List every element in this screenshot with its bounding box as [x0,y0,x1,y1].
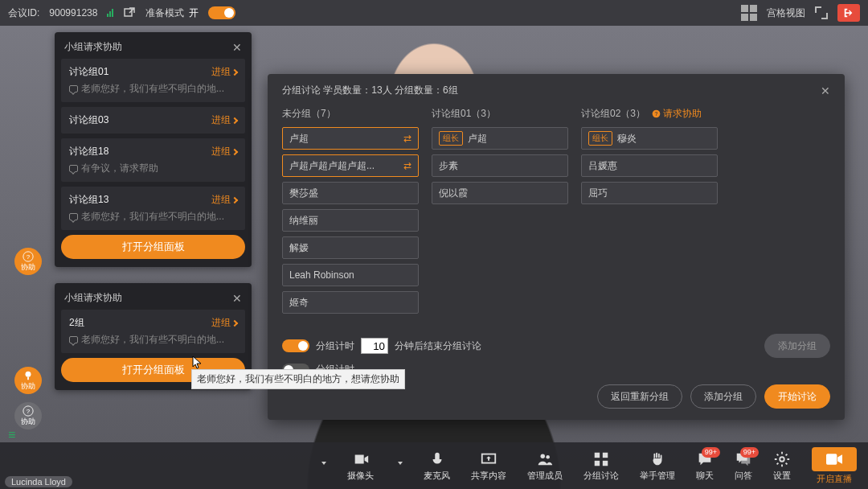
camera-button[interactable]: 摄像头 [347,450,374,482]
timer-input[interactable] [361,338,388,354]
caret-icon[interactable] [398,462,403,465]
toggle-on-text: 开 [189,6,199,20]
mode-toggle[interactable] [208,6,235,19]
enter-group-link[interactable]: 进组 [211,113,237,127]
mic-button[interactable]: 麦克风 [424,450,450,482]
open-group-panel-button[interactable]: 打开分组面板 [61,235,245,259]
raise-hand-button[interactable]: 举手管理 [640,450,675,482]
member-name: Leah Robinson [289,269,354,281]
timer-toggle-on[interactable] [282,339,309,352]
grid-view-icon[interactable] [741,5,757,21]
assist-title: 小组请求协助 [64,40,122,54]
share-button[interactable]: 共享内容 [471,450,506,482]
enter-group-link[interactable]: 进组 [211,193,237,207]
member-chip[interactable]: 樊莎盛 [282,182,419,204]
add-group-button[interactable]: 添加分组 [690,384,756,409]
column-ungrouped: 未分组（7） 卢超⇄卢超卢超卢超卢超...⇄樊莎盛纳维丽解嫒Leah Robin… [282,102,419,331]
member-name: 卢超 [468,132,487,146]
svg-rect-16 [603,460,608,465]
assist-item[interactable]: 讨论组18进组 有争议，请求帮助 [61,138,245,182]
svg-text:?: ? [655,111,658,117]
group-name: 讨论组13 [69,193,108,207]
start-live-button[interactable]: 开启直播 [812,447,857,485]
settings-button[interactable]: 设置 [773,450,791,482]
signal-icon [107,9,113,17]
close-icon[interactable]: ✕ [232,41,242,54]
member-chip[interactable]: 组长卢超 [432,127,568,150]
swap-icon[interactable]: ⇄ [403,160,411,171]
exit-button[interactable] [837,4,860,22]
assist-item[interactable]: 讨论组13进组 老师您好，我们有些不明白的地... [61,187,245,230]
member-name: 穆炎 [617,132,637,146]
breakout-button[interactable]: 分组讨论 [583,450,619,482]
member-chip[interactable]: 步素 [432,154,568,177]
svg-rect-0 [125,9,132,16]
assist-item[interactable]: 讨论组01进组 老师您好，我们有些不明白的地... [61,59,245,102]
add-group-disabled-button: 添加分组 [764,334,830,358]
member-name: 倪以霞 [439,187,468,200]
svg-point-11 [541,454,546,458]
svg-text:?: ? [27,407,31,414]
close-icon[interactable]: ✕ [232,292,242,305]
timer-label: 分组计时 [316,339,354,353]
timer-suffix: 分钟后结束分组讨论 [395,339,481,353]
bottom-toolbar: 摄像头 麦克风 共享内容 管理成员 分组讨论 举手管理 99+ 聊天 99+ 问… [0,442,868,489]
group-name: 讨论组01 [69,65,108,79]
swap-icon[interactable]: ⇄ [403,133,411,144]
member-name: 纳维丽 [289,214,318,228]
tooltip: 老师您好，我们有些不明白的地方，想请您协助 [191,369,405,389]
column-header: 讨论组01（3） [432,107,496,121]
member-chip[interactable]: 组长穆炎 [581,127,718,150]
leader-badge: 组长 [588,131,612,146]
assist-item[interactable]: 讨论组03进组 [61,107,245,134]
help-request-badge[interactable]: ? 请求协助 [652,107,702,121]
enter-group-link[interactable]: 进组 [211,316,237,330]
members-button[interactable]: 管理成员 [527,450,563,482]
member-name: 屈巧 [588,187,608,200]
close-icon[interactable]: ✕ [821,84,830,97]
chat-icon [69,213,78,220]
group-name: 2组 [69,316,84,330]
restart-breakout-button[interactable]: 返回重新分组 [597,384,682,409]
member-chip[interactable]: 解嫒 [282,236,419,259]
assist-message: 老师您好，我们有些不明白的地... [69,333,237,347]
member-chip[interactable]: 卢超卢超卢超卢超...⇄ [282,154,419,177]
start-discussion-button[interactable]: 开始讨论 [764,384,830,409]
member-chip[interactable]: 姬奇 [282,291,419,314]
assist-title: 小组请求协助 [64,291,122,305]
group-name: 讨论组18 [69,145,108,158]
svg-rect-13 [595,452,600,457]
qa-button[interactable]: 99+ 问答 [735,450,752,482]
member-chip[interactable]: 屈巧 [581,182,718,204]
member-chip[interactable]: 倪以霞 [432,182,568,204]
svg-text:?: ? [27,253,31,260]
caret-icon[interactable] [321,462,326,465]
grid-view-label[interactable]: 宫格视图 [767,6,805,20]
assist-item[interactable]: 2组进组 老师您好，我们有些不明白的地... [61,310,245,353]
chat-button[interactable]: 99+ 聊天 [696,450,714,482]
member-chip[interactable]: 卢超⇄ [282,127,419,150]
menu-icon[interactable]: ≡ [8,428,15,442]
svg-point-3 [26,371,31,376]
member-chip[interactable]: Leah Robinson [282,264,419,286]
member-chip[interactable]: 吕媛惠 [581,154,718,177]
leader-badge: 组长 [439,131,463,146]
svg-point-17 [780,457,784,462]
assist-message: 老师您好，我们有些不明白的地... [69,82,237,96]
mode-label: 准备模式 [145,6,184,20]
popout-icon[interactable] [123,6,136,19]
svg-rect-4 [27,376,29,380]
assist-bubble-1[interactable]: ? 协助 [14,248,42,275]
assist-bubble-3[interactable]: ? 协助 [14,402,42,429]
meeting-id-label: 会议ID: [8,6,39,20]
assist-bubble-2[interactable]: 协助 [14,367,42,394]
collapse-icon[interactable] [815,6,828,19]
enter-group-link[interactable]: 进组 [211,145,237,158]
assist-message: 有争议，请求帮助 [69,162,237,175]
username-chip: Lucinda Lloyd [5,476,72,487]
member-name: 步素 [439,159,458,173]
breakout-modal: 分组讨论 学员数量：13人 分组数量：6组 ✕ 未分组（7） 卢超⇄卢超卢超卢超… [268,74,845,420]
member-name: 吕媛惠 [588,159,617,173]
member-chip[interactable]: 纳维丽 [282,209,419,232]
enter-group-link[interactable]: 进组 [211,65,237,79]
